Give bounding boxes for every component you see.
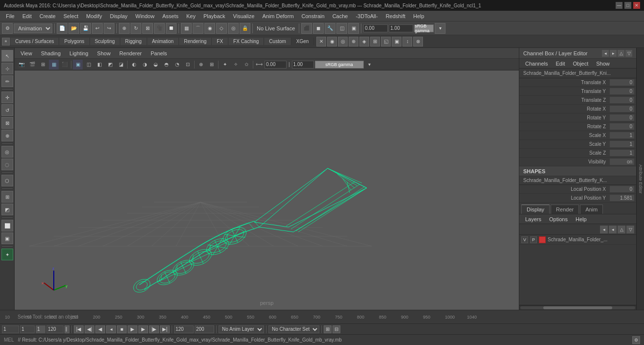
cb-row-local-pos-y[interactable]: Local Position Y: [519, 194, 636, 203]
cb-ctrl-4[interactable]: ▽: [625, 50, 632, 57]
new-button[interactable]: 📄: [57, 23, 67, 34]
xgen-button[interactable]: ✦: [1, 249, 13, 260]
color-profile-box[interactable]: sRGB gamma: [414, 24, 434, 32]
vp-coord-y[interactable]: [292, 61, 314, 69]
rotate-button[interactable]: ↻: [131, 23, 141, 34]
menu-redshift[interactable]: Redshift: [382, 12, 409, 20]
scene-render-button[interactable]: ▣: [348, 23, 359, 34]
render-button[interactable]: ⬛: [301, 23, 312, 34]
render-region-button[interactable]: ⬜: [1, 220, 13, 231]
menu-constrain[interactable]: Constrain: [298, 12, 329, 20]
status-settings-button[interactable]: ⚙: [632, 336, 640, 344]
cb-tab-display[interactable]: Display: [521, 205, 550, 214]
menu-edit[interactable]: Edit: [19, 12, 36, 20]
cb-value-local-pos-x[interactable]: [610, 186, 634, 192]
cb-ctrl-1[interactable]: ◂: [602, 50, 609, 57]
vp-menu-lighting[interactable]: Lighting: [66, 49, 92, 57]
cb-row-translate-x[interactable]: Translate X: [519, 78, 636, 87]
shelf-icon-7[interactable]: ◱: [381, 37, 391, 46]
menu-window[interactable]: Window: [132, 12, 158, 20]
move-tool-button[interactable]: ✛: [1, 92, 13, 103]
shelf-icon-6[interactable]: ⊞: [370, 37, 380, 46]
shelf-icon-4[interactable]: ⊕: [349, 37, 358, 46]
vp-mo-btn[interactable]: ◔: [172, 60, 182, 69]
layer-playback-btn[interactable]: P: [530, 236, 537, 243]
timeline-ruler[interactable]: 10 50 100 150 200 250 300 350 400 450 50…: [0, 310, 644, 323]
cb-ctrl-2[interactable]: ▸: [610, 50, 617, 57]
scale-tool-button[interactable]: ⊠: [1, 117, 13, 129]
vp-menu-shading[interactable]: Shading: [37, 49, 65, 57]
vp-menu-renderer[interactable]: Renderer: [115, 49, 146, 57]
cb-value-scale-y[interactable]: [610, 141, 634, 147]
shelf-icon-3[interactable]: ◎: [338, 37, 348, 46]
cb-menu-object[interactable]: Object: [569, 60, 592, 68]
vp-isolate-btn[interactable]: ⊕: [196, 60, 206, 69]
show-manip-button[interactable]: ⬡: [1, 175, 13, 186]
cb-row-scale-y[interactable]: Scale Y: [519, 140, 636, 149]
cb-value-visibility[interactable]: [610, 159, 634, 165]
sculpt-button[interactable]: ◌: [1, 159, 13, 170]
pb-back-button[interactable]: ◀: [95, 325, 105, 333]
shelf-tab-rendering[interactable]: Rendering: [179, 38, 212, 45]
vp-shadow-btn[interactable]: ◐: [129, 60, 139, 69]
menu-visualize[interactable]: Visualize: [229, 12, 259, 20]
shelf-menu-button[interactable]: ≡: [2, 38, 10, 46]
pb-rewind-button[interactable]: |◀: [74, 325, 84, 333]
vp-hud-btn[interactable]: ⊡: [183, 60, 193, 69]
pb-skip-back-button[interactable]: ◀|: [85, 325, 94, 333]
vp-texture-btn[interactable]: ◧: [94, 60, 104, 69]
move-button[interactable]: ⊕: [119, 23, 130, 34]
vp-menu-panels[interactable]: Panels: [147, 49, 171, 57]
vp-xray-btn[interactable]: ✦: [220, 60, 230, 69]
pb-range-max[interactable]: [195, 325, 214, 333]
cb-row-visibility[interactable]: Visibility: [519, 158, 636, 166]
cb-row-rotate-z[interactable]: Rotate Z: [519, 122, 636, 131]
vp-bb-btn[interactable]: ⊞: [207, 60, 217, 69]
pb-anim-layer-dropdown[interactable]: No Anim Layer: [219, 325, 264, 333]
rotate-tool-button[interactable]: ↺: [1, 104, 13, 116]
pb-char-set-dropdown[interactable]: No Character Set: [268, 325, 319, 333]
shelf-tab-curves[interactable]: Curves / Surfaces: [10, 38, 59, 45]
attr-editor-tab[interactable]: Attribute Editor: [636, 48, 644, 310]
cb-menu-channels[interactable]: Channels: [521, 60, 552, 68]
cb-scrollbar-track[interactable]: [520, 306, 635, 309]
shelf-tab-polygons[interactable]: Polygons: [59, 38, 89, 45]
shelf-tab-fx-caching[interactable]: FX Caching: [228, 38, 264, 45]
menu-cache[interactable]: Cache: [329, 12, 352, 20]
cb-layer-ctrl-3[interactable]: △: [618, 226, 625, 233]
undo-button[interactable]: ↩: [92, 23, 103, 34]
cb-value-rotate-y[interactable]: [610, 115, 634, 121]
shelf-icon-8[interactable]: ▣: [392, 37, 401, 46]
scale-button[interactable]: ⊠: [142, 23, 153, 34]
layer-visibility-btn[interactable]: V: [521, 236, 528, 243]
select-tool-button[interactable]: ↖: [1, 50, 13, 62]
pb-frame-start[interactable]: [2, 325, 19, 333]
snap-grid-button[interactable]: ▦: [181, 23, 192, 34]
layer-row-1[interactable]: V P Schrade_Manilla_Folder_...: [519, 235, 636, 245]
shelf-tab-animation[interactable]: Animation: [147, 38, 179, 45]
vp-smooth-btn[interactable]: ◫: [84, 60, 93, 69]
cb-row-rotate-x[interactable]: Rotate X: [519, 105, 636, 114]
vp-xray-active-btn[interactable]: ✧: [231, 60, 241, 69]
pb-end-button[interactable]: ▶|: [160, 325, 170, 333]
snap-point-button[interactable]: ◉: [204, 23, 215, 34]
menu-display[interactable]: Display: [106, 12, 132, 20]
value1-input[interactable]: [363, 24, 388, 32]
shelf-tab-custom[interactable]: Custom: [264, 38, 291, 45]
menu-create[interactable]: Create: [36, 12, 60, 20]
pb-frame-end[interactable]: [46, 325, 64, 333]
snap-surface-button[interactable]: ◇: [216, 23, 227, 34]
redo-button[interactable]: ↪: [104, 23, 114, 34]
render-settings-button[interactable]: 🔧: [325, 23, 335, 34]
shelf-icon-1[interactable]: ✕: [316, 37, 326, 46]
shelf-tab-fx[interactable]: FX: [212, 38, 228, 45]
vp-menu-view[interactable]: View: [17, 49, 36, 57]
cb-row-local-pos-x[interactable]: Local Position X: [519, 185, 636, 194]
cb-value-translate-y[interactable]: [610, 88, 634, 94]
viewport-inner[interactable]: x y z persp: [15, 70, 519, 310]
transform-tool-button[interactable]: ⊕: [1, 130, 13, 141]
pb-fwd-button[interactable]: ▶: [138, 325, 148, 333]
shelf-icon-9[interactable]: ↕: [402, 37, 412, 46]
vp-grid-btn[interactable]: ▦: [49, 60, 59, 69]
lock-button[interactable]: 🔒: [240, 23, 250, 34]
